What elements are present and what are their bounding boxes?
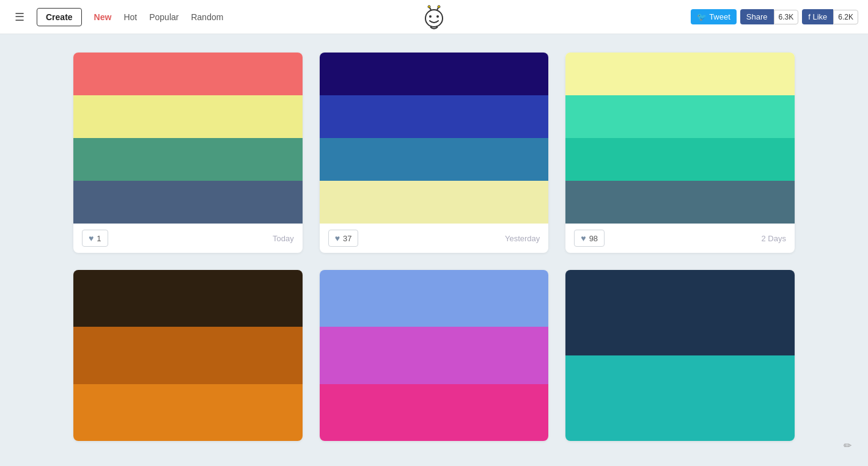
palette-card <box>320 270 549 441</box>
svg-point-2 <box>436 15 439 18</box>
palette-footer: ♥982 Days <box>565 224 795 253</box>
palette-swatches <box>73 53 303 224</box>
main-content: ♥1Today♥37Yesterday♥982 Days <box>0 34 868 459</box>
palette-swatches <box>565 270 795 441</box>
color-swatch[interactable] <box>565 53 795 95</box>
time-label: 2 Days <box>762 234 786 243</box>
color-swatch[interactable] <box>73 384 303 441</box>
color-swatch[interactable] <box>320 327 549 384</box>
nav-random[interactable]: Random <box>191 12 223 22</box>
color-swatch[interactable] <box>320 138 549 181</box>
fb-like-button[interactable]: f Like <box>802 9 833 24</box>
palette-footer: ♥1Today <box>73 224 303 253</box>
edit-icon[interactable]: ✏ <box>836 434 858 456</box>
palette-swatches <box>320 270 549 441</box>
color-swatch[interactable] <box>73 270 303 327</box>
color-swatch[interactable] <box>73 138 303 181</box>
fb-share-button[interactable]: Share <box>740 9 774 24</box>
fb-icon: f <box>808 12 811 21</box>
fb-like-group: f Like 6.2K <box>802 9 858 24</box>
color-swatch[interactable] <box>73 95 303 138</box>
palette-card <box>73 270 303 441</box>
color-swatch[interactable] <box>320 384 549 441</box>
header-left: ☰ Create New Hot Popular Random <box>10 8 223 26</box>
create-button[interactable]: Create <box>37 8 82 26</box>
palette-footer: ♥37Yesterday <box>320 224 549 253</box>
heart-icon: ♥ <box>89 233 94 243</box>
svg-point-0 <box>425 10 443 27</box>
palette-card: ♥982 Days <box>565 53 795 253</box>
color-swatch[interactable] <box>565 181 795 224</box>
fb-like-count: 6.2K <box>833 10 858 24</box>
svg-point-4 <box>428 5 430 8</box>
svg-point-1 <box>429 15 432 18</box>
color-swatch[interactable] <box>73 53 303 95</box>
palette-swatches <box>565 53 795 224</box>
header-right: 🐦 Tweet Share 6.3K f Like 6.2K <box>691 9 858 24</box>
tweet-button[interactable]: 🐦 Tweet <box>691 9 737 24</box>
palette-swatches <box>73 270 303 441</box>
like-count: 98 <box>589 234 598 243</box>
like-count: 37 <box>343 234 351 243</box>
hamburger-menu-icon[interactable]: ☰ <box>10 8 29 26</box>
nav-hot[interactable]: Hot <box>123 12 137 22</box>
nav-popular[interactable]: Popular <box>149 12 178 22</box>
fb-share-count: 6.3K <box>774 10 799 24</box>
color-swatch[interactable] <box>320 181 549 224</box>
palette-card <box>565 270 795 441</box>
like-button[interactable]: ♥37 <box>328 230 359 247</box>
color-swatch[interactable] <box>73 181 303 224</box>
header: ☰ Create New Hot Popular Random <box>0 0 868 34</box>
like-button[interactable]: ♥1 <box>82 230 108 247</box>
like-count: 1 <box>97 234 101 243</box>
color-swatch[interactable] <box>73 327 303 384</box>
color-swatch[interactable] <box>565 95 795 138</box>
color-swatch[interactable] <box>320 270 549 327</box>
color-swatch[interactable] <box>565 270 795 355</box>
main-nav: New Hot Popular Random <box>94 12 224 22</box>
color-swatch[interactable] <box>565 138 795 181</box>
time-label: Today <box>273 234 294 243</box>
logo[interactable] <box>422 5 446 29</box>
palette-grid: ♥1Today♥37Yesterday♥982 Days <box>73 53 795 441</box>
heart-icon: ♥ <box>335 233 340 243</box>
svg-point-6 <box>438 5 440 8</box>
logo-icon <box>422 5 446 29</box>
palette-card: ♥1Today <box>73 53 303 253</box>
time-label: Yesterday <box>505 234 540 243</box>
color-swatch[interactable] <box>320 53 549 95</box>
heart-icon: ♥ <box>581 233 586 243</box>
color-swatch[interactable] <box>320 95 549 138</box>
nav-new[interactable]: New <box>94 12 112 22</box>
palette-swatches <box>320 53 549 224</box>
color-swatch[interactable] <box>565 355 795 441</box>
like-button[interactable]: ♥98 <box>574 230 605 247</box>
fb-share-group: Share 6.3K <box>740 9 798 24</box>
palette-card: ♥37Yesterday <box>320 53 549 253</box>
twitter-icon: 🐦 <box>697 12 707 21</box>
